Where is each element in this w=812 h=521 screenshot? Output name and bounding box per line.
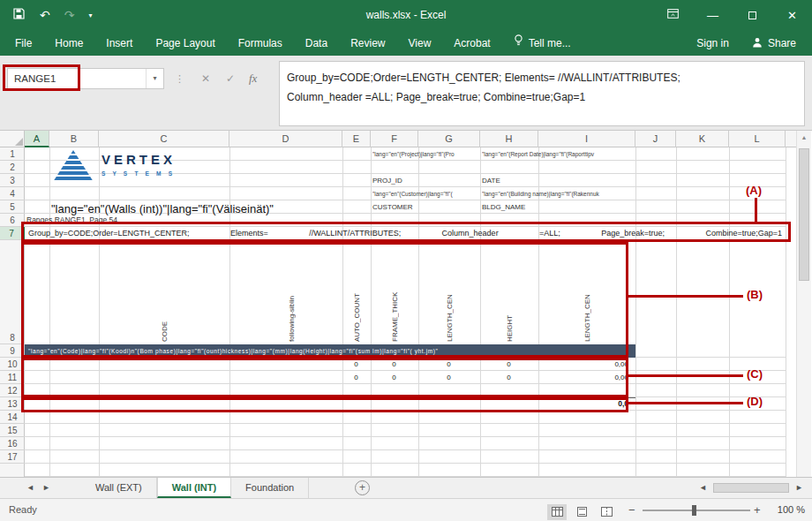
cell-date[interactable]: DATE <box>482 174 500 187</box>
restore-icon <box>748 11 756 19</box>
drag-handle-icon: ⋮ <box>175 68 184 89</box>
column-header-F[interactable]: F <box>371 131 418 147</box>
status-ready: Ready <box>9 499 37 521</box>
zoom-level[interactable]: 100 % <box>766 499 805 521</box>
annotation-label-c: (C) <box>747 367 763 381</box>
annotation-box-namebox <box>3 64 80 91</box>
ribbon-right: Sign in Share <box>696 31 812 56</box>
restore-button[interactable] <box>733 0 772 31</box>
tab-file[interactable]: File <box>4 31 43 56</box>
row-header-15[interactable]: 15 <box>0 424 25 437</box>
vertical-scrollbar[interactable]: ▲ <box>796 131 811 477</box>
share-button[interactable]: Share <box>752 37 796 50</box>
sheet-nav-left-icon[interactable]: ◄ <box>26 478 34 498</box>
cell-bldg-name[interactable]: BLDG_NAME <box>482 200 525 214</box>
annotation-label-d: (D) <box>747 395 763 408</box>
cell-report-date-lang[interactable]: "lang="en"(Report Date)|lang="fi"(Raport… <box>482 147 786 161</box>
cell-building-lang[interactable]: "lang="en"(Building name)|lang="fi"(Rake… <box>482 187 786 200</box>
formula-bar-strip: RANGE1 ▾ ⋮ ✕ ✓ fx Group_by=CODE;Order=LE… <box>0 56 812 131</box>
page-break-view-icon[interactable] <box>597 504 616 520</box>
normal-view-icon[interactable] <box>547 504 567 520</box>
column-header-L[interactable]: L <box>729 131 786 147</box>
vertical-scrollbar-thumb[interactable] <box>799 148 809 281</box>
window-controls: — ✕ <box>653 0 812 31</box>
row-header-2[interactable]: 2 <box>0 161 25 174</box>
column-header-B[interactable]: B <box>49 131 99 147</box>
formula-bar-input[interactable]: Group_by=CODE;Order=LENGTH_CENTER; Eleme… <box>279 61 805 126</box>
share-label: Share <box>768 37 796 49</box>
formula-cancel-icon[interactable]: ✕ <box>201 68 210 89</box>
sheet-tab-wall-int[interactable]: Wall (INT) <box>157 478 231 498</box>
row-header-3[interactable]: 3 <box>0 174 25 187</box>
ribbon-display-options-icon[interactable] <box>653 0 693 31</box>
tab-data[interactable]: Data <box>294 31 339 56</box>
column-header-A[interactable]: A <box>25 131 49 147</box>
row-header-14[interactable]: 14 <box>0 411 25 424</box>
cell-project-lang[interactable]: "lang="en"(Project)|lang="fi"(Pro <box>372 147 478 161</box>
zoom-in-button[interactable]: + <box>754 499 761 521</box>
select-all-corner[interactable] <box>0 131 25 147</box>
status-bar: Ready − + 100 % <box>0 498 812 521</box>
tab-insert[interactable]: Insert <box>94 31 144 56</box>
annotation-label-a: (A) <box>746 184 762 197</box>
tab-view[interactable]: View <box>397 31 443 56</box>
annotation-connector-c <box>628 374 743 377</box>
cell-customer-lang[interactable]: "lang="en"(Customer)|lang="fi"( <box>372 187 478 200</box>
cell-customer[interactable]: CUSTOMER <box>372 200 413 214</box>
tab-acrobat[interactable]: Acrobat <box>442 31 501 56</box>
lightbulb-icon <box>514 31 523 56</box>
hscroll-right-icon[interactable]: ► <box>795 478 803 498</box>
annotation-connector-a <box>755 198 757 222</box>
sheet-tab-wall-ext[interactable]: Wall (EXT) <box>81 478 157 498</box>
row-header-5[interactable]: 5 <box>0 200 25 214</box>
annotation-label-b: (B) <box>747 288 763 301</box>
column-header-E[interactable]: E <box>342 131 371 147</box>
column-header-G[interactable]: G <box>418 131 480 147</box>
zoom-slider[interactable] <box>643 510 750 511</box>
select-all-triangle-icon <box>15 138 23 146</box>
hscroll-left-icon[interactable]: ◄ <box>699 478 707 498</box>
zoom-out-button[interactable]: − <box>628 499 635 521</box>
vertex-logo: VERTEX S Y S T E M S <box>53 150 194 185</box>
column-header-H[interactable]: H <box>480 131 538 147</box>
tab-page-layout[interactable]: Page Layout <box>144 31 226 56</box>
tab-tell-me[interactable]: Tell me... <box>502 31 583 56</box>
new-sheet-button[interactable]: + <box>355 480 370 495</box>
sheet-nav-right-icon[interactable]: ► <box>42 478 50 498</box>
horizontal-scrollbar-thumb[interactable] <box>713 483 789 493</box>
formula-line-2: Column_header =ALL; Page_break=true; Com… <box>287 87 797 107</box>
excel-window: ↶ ↷ ▾ walls.xlsx - Excel — ✕ File Home I… <box>0 0 812 521</box>
title-bar: ↶ ↷ ▾ walls.xlsx - Excel — ✕ <box>0 0 812 31</box>
column-header-C[interactable]: C <box>99 131 229 147</box>
sheet-tab-foundation[interactable]: Foundation <box>231 478 309 498</box>
insert-function-icon[interactable]: fx <box>249 68 257 89</box>
annotation-box-a <box>21 222 791 242</box>
row-header-16[interactable]: 16 <box>0 437 25 450</box>
vertex-logo-triangle-icon <box>53 150 94 182</box>
ribbon-tabs: File Home Insert Page Layout Formulas Da… <box>0 31 583 56</box>
formula-line-1: Group_by=CODE;Order=LENGTH_CENTER; Eleme… <box>287 68 797 87</box>
minimize-button[interactable]: — <box>693 0 733 31</box>
tab-review[interactable]: Review <box>339 31 396 56</box>
name-box-dropdown-icon[interactable]: ▾ <box>146 69 163 88</box>
column-header-I[interactable]: I <box>538 131 635 147</box>
column-header-K[interactable]: K <box>676 131 729 147</box>
annotation-connector-b <box>628 295 743 298</box>
close-button[interactable]: ✕ <box>772 0 812 31</box>
sign-in-link[interactable]: Sign in <box>696 37 729 49</box>
logo-sub-text: S Y S T E M S <box>102 170 176 177</box>
row-header-4[interactable]: 4 <box>0 187 25 200</box>
formula-enter-icon[interactable]: ✓ <box>226 68 235 89</box>
tab-home[interactable]: Home <box>43 31 94 56</box>
page-layout-view-icon[interactable] <box>572 504 591 520</box>
row-header-1[interactable]: 1 <box>0 147 25 161</box>
column-header-D[interactable]: D <box>229 131 342 147</box>
tab-formulas[interactable]: Formulas <box>227 31 294 56</box>
scroll-up-icon[interactable]: ▲ <box>797 131 811 145</box>
zoom-slider-thumb[interactable] <box>692 505 696 516</box>
sheet-tabs: Wall (EXT) Wall (INT) Foundation <box>81 478 309 498</box>
cell-proj-id[interactable]: PROJ_ID <box>372 174 402 187</box>
row-header-17[interactable]: 17 <box>0 450 25 464</box>
column-header-J[interactable]: J <box>635 131 676 147</box>
annotation-box-c <box>21 358 628 397</box>
